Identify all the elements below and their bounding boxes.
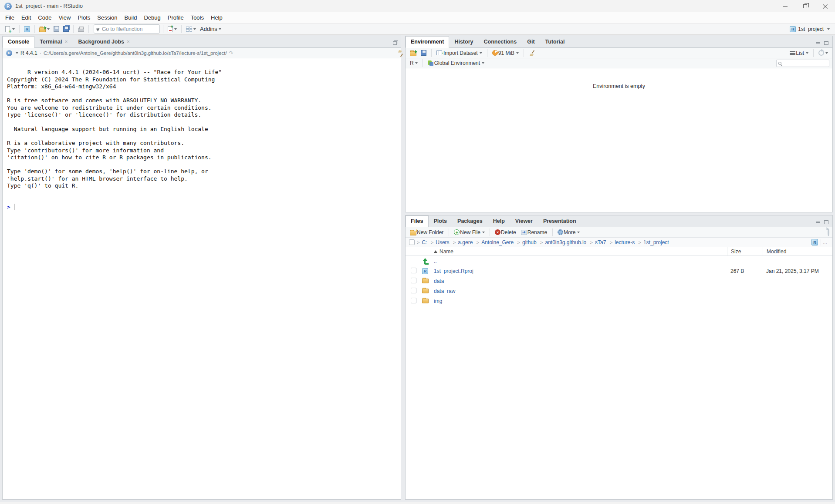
menu-item[interactable]: Tools [187,13,207,22]
column-header-modified[interactable]: Modified [763,247,832,255]
console-tab[interactable]: Background Jobs × [73,36,135,48]
maximize-pane-icon[interactable] [393,41,397,45]
print-button[interactable] [77,25,85,33]
select-all-checkbox[interactable] [409,239,415,245]
menu-item[interactable]: Debug [140,13,164,22]
open-file-button[interactable] [38,25,51,33]
working-directory-path[interactable]: C:/Users/a.gere/Antoine_Gere/github/ant0… [44,50,227,56]
save-button[interactable] [52,25,61,33]
environment-tab[interactable]: Environment [406,36,449,48]
files-tab[interactable]: Files [406,215,429,227]
files-tab[interactable]: Viewer [510,215,538,227]
minimize-pane-icon[interactable] [816,42,820,44]
refresh-files-icon[interactable] [828,228,829,236]
memory-usage-button[interactable]: 91 MiB [491,49,520,57]
files-tab[interactable]: Packages [452,215,488,227]
table-row[interactable]: data [406,276,832,286]
minimize-pane-icon[interactable] [816,222,820,223]
new-file-blank-button[interactable]: +New File [453,228,486,236]
new-file-button[interactable] [3,25,16,34]
breadcrumb-link[interactable]: C: [422,239,427,245]
table-row[interactable]: img [406,296,832,306]
new-folder-button[interactable]: New Folder [409,228,445,236]
import-dataset-button[interactable]: Import Dataset [435,49,483,57]
list-view-button[interactable]: List [788,49,810,57]
files-tab[interactable]: Help [488,215,510,227]
refresh-environment-button[interactable] [817,49,829,57]
table-row[interactable]: .. [406,256,832,266]
breadcrumb-link[interactable]: sTa7 [595,239,606,245]
menu-item[interactable]: Plots [74,13,94,22]
load-workspace-button[interactable] [409,49,418,57]
menu-item[interactable]: View [55,13,74,22]
row-checkbox[interactable] [411,298,416,303]
breadcrumb-link[interactable]: Users [436,239,449,245]
file-name-link[interactable]: .. [434,258,727,264]
breadcrumb-link[interactable]: github [522,239,537,245]
more-columns-button[interactable]: ... [821,239,829,245]
file-name-link[interactable]: data_raw [434,288,727,294]
maximize-button[interactable] [795,0,815,12]
environment-search-box[interactable] [776,60,829,67]
menu-item[interactable]: Code [34,13,55,22]
row-checkbox[interactable] [411,278,416,283]
save-all-button[interactable] [62,25,70,33]
table-row[interactable]: 1st_project.Rproj 267 B Jan 21, 2025, 3:… [406,266,832,276]
project-selector[interactable]: R 1st_project [787,25,832,33]
menu-item[interactable]: Help [207,13,226,22]
breadcrumb-link[interactable]: a.gere [458,239,473,245]
files-tab[interactable]: Presentation [538,215,581,227]
clear-environment-button[interactable] [527,49,537,57]
row-checkbox[interactable] [411,288,416,293]
environment-tab[interactable]: Git [522,36,540,48]
goto-file-function-box[interactable] [94,24,160,34]
table-row[interactable]: data_raw [406,286,832,296]
environment-tab[interactable]: Tutorial [540,36,570,48]
menu-item[interactable]: Edit [18,13,34,22]
rproject-directory-icon[interactable]: R [811,239,818,245]
chevron-down-icon[interactable] [16,52,18,54]
file-name-link[interactable]: img [434,298,727,304]
console-output[interactable]: R version 4.4.1 (2024-06-14 ucrt) -- "Ra… [3,58,401,499]
tab-close-icon[interactable]: × [127,40,130,44]
breadcrumb-link[interactable]: lecture-s [615,239,635,245]
menu-item[interactable]: Build [121,13,141,22]
environment-search-input[interactable] [783,60,827,66]
environment-tab[interactable]: History [449,36,478,48]
menu-item[interactable]: Profile [164,13,187,22]
goto-file-function-input[interactable] [102,26,157,32]
menu-item[interactable]: File [2,13,18,22]
console-tab[interactable]: Console × [3,36,34,48]
workspace: Console × Terminal × Background Jobs × R… [0,35,835,502]
tab-close-icon[interactable]: × [64,40,68,44]
maximize-pane-icon[interactable] [824,41,828,45]
files-tab[interactable]: Plots [429,215,453,227]
language-selector[interactable]: R [409,59,419,67]
breadcrumb-link[interactable]: 1st_project [643,239,669,245]
addins-button[interactable]: Addins [199,25,223,33]
column-header-size[interactable]: Size [727,247,763,255]
column-header-name[interactable]: Name [406,247,727,255]
version-control-button[interactable] [166,25,178,33]
save-all-icon [63,26,69,32]
close-button[interactable] [815,0,835,12]
delete-file-button[interactable]: ×Delete [494,228,518,236]
more-file-commands-button[interactable]: More [556,228,581,236]
file-type-icon [422,258,428,264]
maximize-pane-icon[interactable] [824,220,828,224]
breadcrumb-link[interactable]: ant0in3g.github.io [545,239,586,245]
menu-item[interactable]: Session [94,13,121,22]
save-workspace-button[interactable] [419,49,428,57]
pane-layout-button[interactable] [185,26,197,33]
environment-tab[interactable]: Connections [478,36,522,48]
file-name-link[interactable]: 1st_project.Rproj [434,268,727,274]
file-name-link[interactable]: data [434,278,727,284]
goto-directory-icon[interactable]: ↷ [229,50,233,56]
row-checkbox[interactable] [411,268,416,273]
global-environment-selector[interactable]: Global Environment [426,59,486,67]
rename-file-button[interactable]: ➜Rename [520,228,549,236]
minimize-button[interactable] [775,0,795,12]
breadcrumb-link[interactable]: Antoine_Gere [481,239,514,245]
console-tab[interactable]: Terminal × [34,36,73,48]
new-project-button[interactable]: R [23,25,31,33]
